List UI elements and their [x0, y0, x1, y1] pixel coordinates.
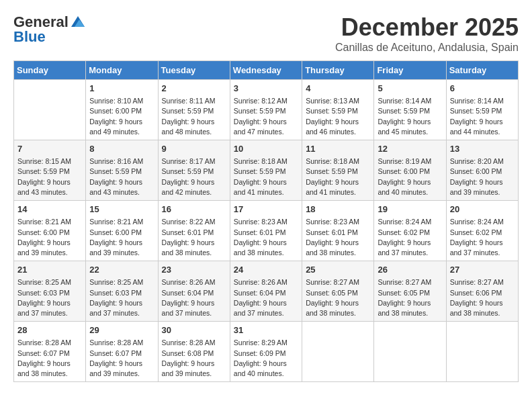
day-cell: 19Sunrise: 8:24 AMSunset: 6:02 PMDayligh…	[374, 201, 446, 261]
day-cell: 16Sunrise: 8:22 AMSunset: 6:01 PMDayligh…	[158, 201, 230, 261]
day-number: 9	[162, 143, 226, 155]
day-cell	[14, 80, 86, 140]
day-info: Sunrise: 8:18 AMSunset: 5:59 PMDaylight:…	[306, 156, 370, 197]
day-cell: 18Sunrise: 8:23 AMSunset: 6:01 PMDayligh…	[302, 201, 374, 261]
day-info: Sunrise: 8:23 AMSunset: 6:01 PMDaylight:…	[306, 217, 370, 258]
day-cell: 26Sunrise: 8:27 AMSunset: 6:05 PMDayligh…	[374, 261, 446, 322]
day-number: 13	[450, 143, 515, 155]
header: General Blue December 2025 Canillas de A…	[13, 13, 519, 54]
weekday-header-monday: Monday	[86, 61, 158, 80]
day-number: 23	[162, 264, 226, 276]
day-info: Sunrise: 8:18 AMSunset: 5:59 PMDaylight:…	[234, 156, 298, 197]
day-cell: 12Sunrise: 8:19 AMSunset: 6:00 PMDayligh…	[374, 140, 446, 201]
day-number: 14	[17, 203, 82, 216]
weekday-header-tuesday: Tuesday	[158, 61, 230, 80]
day-info: Sunrise: 8:22 AMSunset: 6:01 PMDaylight:…	[162, 217, 226, 258]
day-info: Sunrise: 8:21 AMSunset: 6:00 PMDaylight:…	[89, 217, 154, 258]
day-number: 6	[450, 83, 515, 95]
day-cell: 4Sunrise: 8:13 AMSunset: 5:59 PMDaylight…	[302, 80, 374, 140]
day-number: 30	[162, 324, 226, 336]
day-cell: 13Sunrise: 8:20 AMSunset: 6:00 PMDayligh…	[446, 140, 518, 201]
day-cell: 31Sunrise: 8:29 AMSunset: 6:09 PMDayligh…	[230, 322, 302, 382]
day-cell: 8Sunrise: 8:16 AMSunset: 5:59 PMDaylight…	[86, 140, 158, 201]
day-cell: 24Sunrise: 8:26 AMSunset: 6:04 PMDayligh…	[230, 261, 302, 322]
day-cell: 6Sunrise: 8:14 AMSunset: 5:59 PMDaylight…	[446, 80, 518, 140]
day-cell: 22Sunrise: 8:25 AMSunset: 6:03 PMDayligh…	[86, 261, 158, 322]
day-cell: 10Sunrise: 8:18 AMSunset: 5:59 PMDayligh…	[230, 140, 302, 201]
day-cell: 25Sunrise: 8:27 AMSunset: 6:05 PMDayligh…	[302, 261, 374, 322]
day-info: Sunrise: 8:26 AMSunset: 6:04 PMDaylight:…	[162, 277, 226, 318]
day-cell: 7Sunrise: 8:15 AMSunset: 5:59 PMDaylight…	[14, 140, 86, 201]
day-info: Sunrise: 8:27 AMSunset: 6:05 PMDaylight:…	[306, 277, 370, 318]
day-cell: 9Sunrise: 8:17 AMSunset: 5:59 PMDaylight…	[158, 140, 230, 201]
day-number: 21	[17, 264, 82, 276]
day-info: Sunrise: 8:28 AMSunset: 6:08 PMDaylight:…	[162, 338, 226, 379]
day-number: 29	[89, 324, 154, 336]
day-number: 10	[234, 143, 298, 155]
day-number: 1	[89, 83, 154, 95]
day-cell	[446, 322, 518, 382]
day-cell: 27Sunrise: 8:27 AMSunset: 6:06 PMDayligh…	[446, 261, 518, 322]
month-year: December 2025	[335, 13, 519, 42]
weekday-header-sunday: Sunday	[14, 61, 86, 80]
weekday-header-saturday: Saturday	[446, 61, 518, 80]
week-row-3: 14Sunrise: 8:21 AMSunset: 6:00 PMDayligh…	[14, 201, 519, 261]
day-info: Sunrise: 8:19 AMSunset: 6:00 PMDaylight:…	[378, 156, 442, 197]
weekday-header-row: SundayMondayTuesdayWednesdayThursdayFrid…	[14, 61, 519, 80]
day-info: Sunrise: 8:21 AMSunset: 6:00 PMDaylight:…	[17, 217, 82, 258]
day-number: 7	[17, 143, 82, 155]
day-number: 15	[89, 203, 154, 216]
week-row-1: 1Sunrise: 8:10 AMSunset: 6:00 PMDaylight…	[14, 80, 519, 140]
day-cell: 11Sunrise: 8:18 AMSunset: 5:59 PMDayligh…	[302, 140, 374, 201]
day-number: 28	[17, 324, 82, 336]
day-number: 2	[162, 83, 226, 95]
day-cell: 15Sunrise: 8:21 AMSunset: 6:00 PMDayligh…	[86, 201, 158, 261]
location: Canillas de Aceituno, Andalusia, Spain	[335, 42, 519, 54]
day-info: Sunrise: 8:28 AMSunset: 6:07 PMDaylight:…	[89, 338, 154, 379]
logo-icon	[71, 16, 85, 27]
day-number: 5	[378, 83, 442, 95]
day-info: Sunrise: 8:24 AMSunset: 6:02 PMDaylight:…	[450, 217, 515, 258]
day-number: 26	[378, 264, 442, 276]
day-cell: 14Sunrise: 8:21 AMSunset: 6:00 PMDayligh…	[14, 201, 86, 261]
day-info: Sunrise: 8:28 AMSunset: 6:07 PMDaylight:…	[17, 338, 82, 379]
day-cell: 29Sunrise: 8:28 AMSunset: 6:07 PMDayligh…	[86, 322, 158, 382]
day-number: 12	[378, 143, 442, 155]
day-info: Sunrise: 8:27 AMSunset: 6:06 PMDaylight:…	[450, 277, 515, 318]
day-info: Sunrise: 8:25 AMSunset: 6:03 PMDaylight:…	[89, 277, 154, 318]
weekday-header-friday: Friday	[374, 61, 446, 80]
day-info: Sunrise: 8:24 AMSunset: 6:02 PMDaylight:…	[378, 217, 442, 258]
day-number: 24	[234, 264, 298, 276]
day-number: 19	[378, 203, 442, 216]
day-number: 27	[450, 264, 515, 276]
day-info: Sunrise: 8:11 AMSunset: 5:59 PMDaylight:…	[162, 96, 226, 137]
weekday-header-thursday: Thursday	[302, 61, 374, 80]
day-number: 22	[89, 264, 154, 276]
day-number: 17	[234, 203, 298, 216]
day-info: Sunrise: 8:25 AMSunset: 6:03 PMDaylight:…	[17, 277, 82, 318]
title-section: December 2025 Canillas de Aceituno, Anda…	[335, 13, 519, 54]
logo-blue: Blue	[13, 28, 46, 46]
day-info: Sunrise: 8:26 AMSunset: 6:04 PMDaylight:…	[234, 277, 298, 318]
day-cell: 23Sunrise: 8:26 AMSunset: 6:04 PMDayligh…	[158, 261, 230, 322]
day-cell: 5Sunrise: 8:14 AMSunset: 5:59 PMDaylight…	[374, 80, 446, 140]
day-info: Sunrise: 8:20 AMSunset: 6:00 PMDaylight:…	[450, 156, 515, 197]
day-number: 16	[162, 203, 226, 216]
day-info: Sunrise: 8:17 AMSunset: 5:59 PMDaylight:…	[162, 156, 226, 197]
day-cell: 1Sunrise: 8:10 AMSunset: 6:00 PMDaylight…	[86, 80, 158, 140]
day-info: Sunrise: 8:10 AMSunset: 6:00 PMDaylight:…	[89, 96, 154, 137]
day-info: Sunrise: 8:16 AMSunset: 5:59 PMDaylight:…	[89, 156, 154, 197]
day-cell: 3Sunrise: 8:12 AMSunset: 5:59 PMDaylight…	[230, 80, 302, 140]
day-number: 8	[89, 143, 154, 155]
day-cell: 20Sunrise: 8:24 AMSunset: 6:02 PMDayligh…	[446, 201, 518, 261]
day-info: Sunrise: 8:27 AMSunset: 6:05 PMDaylight:…	[378, 277, 442, 318]
day-number: 4	[306, 83, 370, 95]
day-number: 31	[234, 324, 298, 336]
day-number: 18	[306, 203, 370, 216]
week-row-2: 7Sunrise: 8:15 AMSunset: 5:59 PMDaylight…	[14, 140, 519, 201]
day-cell: 21Sunrise: 8:25 AMSunset: 6:03 PMDayligh…	[14, 261, 86, 322]
day-cell	[374, 322, 446, 382]
day-number: 3	[234, 83, 298, 95]
day-cell: 17Sunrise: 8:23 AMSunset: 6:01 PMDayligh…	[230, 201, 302, 261]
week-row-5: 28Sunrise: 8:28 AMSunset: 6:07 PMDayligh…	[14, 322, 519, 382]
